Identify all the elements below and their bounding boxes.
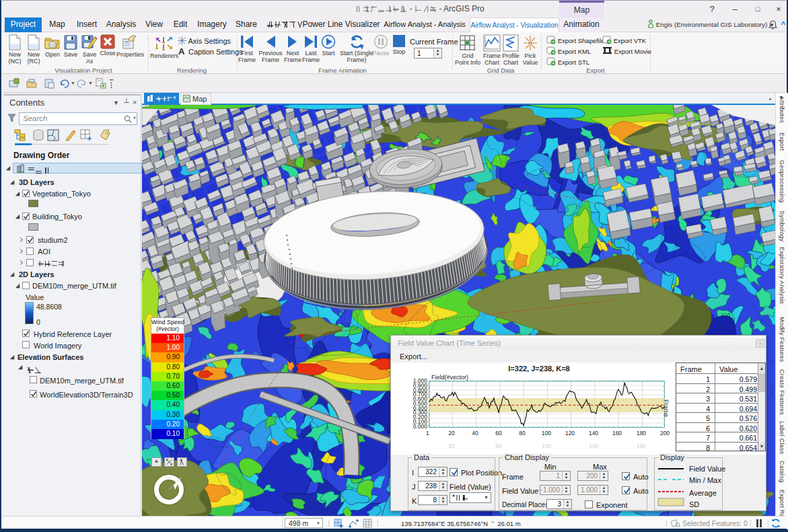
- svg-text:A: A: [178, 47, 185, 56]
